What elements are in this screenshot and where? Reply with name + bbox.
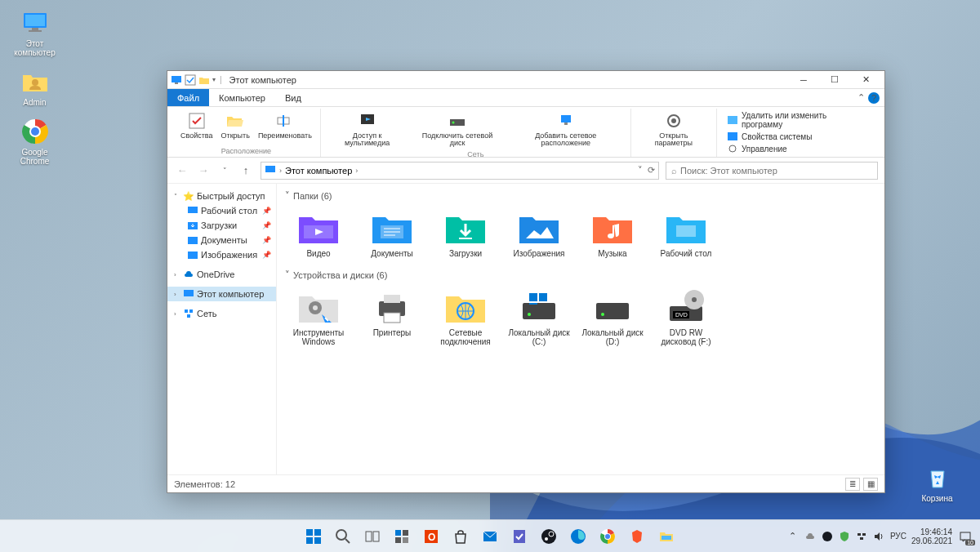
chevron-down-icon[interactable]: ˅ [638,165,643,176]
item-windows-tools[interactable]: Инструменты Windows [285,285,352,349]
onedrive-tray-icon[interactable] [804,530,817,543]
gear-icon [663,110,684,131]
checkbox-icon[interactable] [185,74,196,86]
search-button[interactable] [330,523,356,550]
widgets-button[interactable] [389,523,415,550]
maximize-button[interactable]: ☐ [819,71,850,89]
folder-pictures[interactable]: Изображения [506,206,572,261]
chevron-down-icon[interactable]: ▾ [212,76,216,83]
ribbon-properties[interactable]: Свойства [177,109,216,145]
taskbar-app-steam[interactable] [536,523,562,550]
notifications-button[interactable]: 10 [957,528,973,545]
chevron-down-icon[interactable]: ˅ [174,193,180,200]
svg-point-55 [692,297,697,302]
security-tray-icon[interactable] [838,530,851,543]
ribbon-system-props[interactable]: Свойства системы [725,131,871,142]
folder-icon[interactable] [198,74,210,86]
start-button[interactable] [301,523,327,550]
item-local-disk-c[interactable]: Локальный диск (C:) [506,285,572,349]
ribbon-open[interactable]: Открыть [218,109,253,145]
tree-this-pc[interactable]: ›Этот компьютер [167,287,276,301]
tree-onedrive[interactable]: ›OneDrive [167,267,276,282]
section-drives-header[interactable]: ˅Устройства и диски (6) [285,269,876,280]
help-icon[interactable]: ? [868,92,880,104]
tab-file[interactable]: Файл [167,89,209,106]
taskbar-app-todo[interactable] [506,523,532,550]
taskbar-app-store[interactable] [448,523,474,550]
section-folders-header[interactable]: ˅Папки (6) [285,190,876,201]
taskbar-app-office[interactable]: O [418,523,444,550]
view-icons-button[interactable]: ▦ [863,478,878,491]
address-bar[interactable]: › Этот компьютер › ˅ ⟳ [261,162,659,180]
tab-view[interactable]: Вид [275,89,311,106]
history-dropdown[interactable]: ˅ [216,162,233,179]
folder-downloads[interactable]: Загрузки [432,206,499,261]
ribbon-media-access[interactable]: Доступ к мультимедиа [326,109,408,149]
tree-downloads[interactable]: Загрузки📌 [167,218,276,233]
ribbon-manage[interactable]: Управление [725,143,871,154]
svg-rect-83 [858,533,861,536]
taskbar-app-explorer[interactable] [653,523,679,550]
minimize-button[interactable]: ─ [788,71,819,89]
clock[interactable]: 19:46:14 29.06.2021 [911,528,952,545]
chevron-right-icon[interactable]: › [174,271,180,278]
titlebar[interactable]: ▾ | Этот компьютер ─ ☐ ✕ [167,71,884,89]
close-button[interactable]: ✕ [850,71,881,89]
item-dvd-drive[interactable]: DVDDVD RW дисковод (F:) [653,285,719,349]
desktop-icon-recycle-bin[interactable]: Корзина [911,463,964,503]
desktop-icon-chrome[interactable]: Google Chrome [8,117,61,166]
pin-icon[interactable]: 📌 [262,251,271,259]
folder-music[interactable]: Музыка [579,206,646,261]
pin-icon[interactable]: 📌 [262,236,271,244]
taskbar-app-mail[interactable] [477,523,503,550]
pin-icon[interactable]: 📌 [262,207,271,215]
svg-rect-46 [523,303,555,319]
taskbar-app-edge[interactable] [565,523,591,550]
steam-tray-icon[interactable] [821,530,834,543]
breadcrumb-segment[interactable]: Этот компьютер [285,166,352,176]
chevron-right-icon[interactable]: › [279,167,282,175]
folder-videos[interactable]: Видео [285,206,352,261]
ribbon-collapse-icon[interactable]: ⌃ [858,92,865,103]
ribbon-rename[interactable]: Переименовать [255,109,315,145]
item-printers[interactable]: Принтеры [359,285,425,349]
tree-network[interactable]: ›Сеть [167,306,276,321]
view-details-button[interactable]: ≣ [845,478,860,491]
tree-documents[interactable]: Документы📌 [167,233,276,247]
folder-documents[interactable]: Документы [359,206,425,261]
language-indicator[interactable]: РУС [890,532,906,541]
ribbon-open-settings[interactable]: Открыть параметры [636,109,711,149]
tree-quick-access[interactable]: ˅⭐Быстрый доступ [167,189,276,203]
search-input[interactable] [680,166,872,176]
search-box[interactable]: ⌕ [666,162,878,180]
tray-overflow-icon[interactable]: ⌃ [786,530,800,543]
folder-desktop[interactable]: Рабочий стол [653,206,719,261]
tab-computer[interactable]: Компьютер [209,89,275,106]
desktop-icon-label: Admin [23,98,46,107]
pin-icon[interactable]: 📌 [262,221,271,229]
desktop-icon-admin[interactable]: Admin [8,67,61,107]
tree-pictures[interactable]: Изображения📌 [167,247,276,262]
ribbon-add-network[interactable]: Добавить сетевое расположение [506,109,626,149]
taskbar-app-chrome[interactable] [595,523,621,550]
tree-desktop[interactable]: Рабочий стол📌 [167,203,276,218]
chevron-right-icon[interactable]: › [174,291,180,298]
ribbon-group-location: Расположение [177,145,315,157]
network-tray-icon[interactable] [855,530,868,543]
chevron-right-icon[interactable]: › [355,167,358,175]
taskbar-app-brave[interactable] [624,523,650,550]
refresh-icon[interactable]: ⟳ [648,165,655,176]
item-local-disk-d[interactable]: Локальный диск (D:) [579,285,646,349]
pictures-folder-icon [187,249,198,260]
back-button[interactable]: ← [174,162,190,179]
desktop-icon-this-pc[interactable]: Этот компьютер [8,8,61,57]
ribbon-uninstall[interactable]: Удалить или изменить программу [725,110,871,130]
svg-rect-2 [32,28,38,30]
forward-button[interactable]: → [195,162,212,179]
item-network-connections[interactable]: Сетевые подключения [432,285,499,349]
ribbon-map-drive[interactable]: Подключить сетевой диск [410,109,504,149]
up-button[interactable]: ↑ [238,162,254,179]
chevron-right-icon[interactable]: › [174,310,180,318]
volume-tray-icon[interactable] [872,530,885,543]
task-view-button[interactable] [359,523,385,550]
